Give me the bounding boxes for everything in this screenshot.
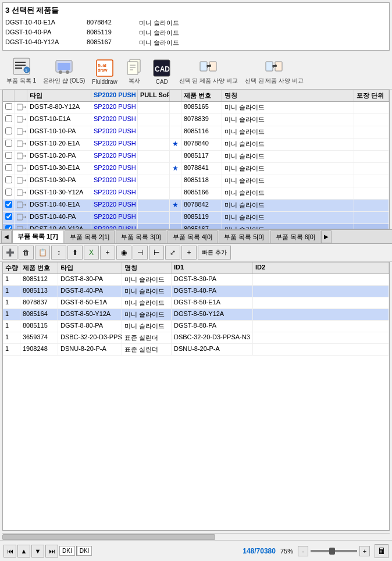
nav-next-btn[interactable]: ▼: [31, 545, 44, 558]
ld-id2: [253, 332, 389, 343]
btm-btn-export[interactable]: ⬆: [67, 246, 83, 260]
section-title: 3 선택된 제품들: [5, 5, 387, 16]
row-sp: SP2020 PUSH: [91, 200, 138, 211]
toolbar-btn-online-shop[interactable]: 온라인 샵 (OLS): [40, 55, 88, 87]
product-table-row[interactable]: DGST-10-30-E1A SP2020 PUSH ★ 8078841 미니 …: [3, 163, 389, 175]
row-checkbox[interactable]: [5, 164, 12, 171]
row-name: 미니 슬라이드: [222, 163, 354, 175]
product-table-row[interactable]: DGST-10-E1A SP2020 PUSH 8078839 미니 슬라이드: [3, 114, 389, 126]
row-num: 8078840: [181, 139, 222, 150]
btm-btn-split[interactable]: ⊣: [133, 246, 148, 260]
zoom-plus-btn[interactable]: +: [359, 546, 370, 556]
toolbar-btn-fluiddraw[interactable]: fluiddrawFluiddraw: [89, 57, 120, 87]
row-check: [3, 200, 15, 211]
row-checkbox[interactable]: [5, 213, 12, 220]
row-checkbox[interactable]: [5, 115, 12, 122]
tab-tab5[interactable]: 부품 목록 5[0]: [219, 230, 269, 243]
list-row[interactable]: 1 8085113 DGST-8-40-PA 미니 슬라이드 DGST-8-40…: [3, 286, 389, 297]
list-row[interactable]: 1 8085112 DGST-8-30-PA 미니 슬라이드 DGST-8-30…: [3, 274, 389, 286]
tab-tab4[interactable]: 부품 목록 4[0]: [168, 230, 218, 243]
btm-btn-copy-row[interactable]: 📋: [35, 246, 50, 260]
ld-type: DGST-8-40-PA: [58, 286, 122, 297]
list-row[interactable]: 1 1908248 DSNU-8-20-P-A 표준 실린더 DSNU-8-20…: [3, 344, 389, 356]
tab-next-btn[interactable]: ▶: [321, 230, 332, 243]
btm-btn-merge[interactable]: ⊢: [149, 246, 164, 260]
btm-btn-move-group[interactable]: ↕: [51, 246, 66, 260]
btm-btn-quick-add[interactable]: 빠른 추가: [198, 246, 231, 260]
row-sp: SP2020 PUSH: [91, 224, 138, 229]
product-table-body[interactable]: DGST-8-80-Y12A SP2020 PUSH 8085165 미니 슬라…: [3, 102, 389, 229]
product-table-row[interactable]: DGST-10-30-Y12A SP2020 PUSH 8085166 미니 슬…: [3, 187, 389, 200]
svg-rect-35: [17, 141, 23, 147]
list-row[interactable]: 1 8085115 DGST-8-80-PA 미니 슬라이드 DGST-8-80…: [3, 321, 389, 332]
toolbar-btn-compare1[interactable]: ⇌선택 된 제품 사양 비교: [176, 55, 241, 87]
list-row[interactable]: 1 3659374 DSBC-32-20-D3-PPSA-N3 표준 실린더 D…: [3, 332, 389, 344]
btm-btn-excel[interactable]: X: [84, 246, 99, 260]
list-row[interactable]: 1 8078837 DGST-8-50-E1A 미니 슬라이드 DGST-8-5…: [3, 297, 389, 309]
th-sp: SP2020 PUSH: [91, 90, 138, 101]
cad-icon: CAD: [152, 59, 171, 77]
tab-tab3[interactable]: 부품 목록 3[0]: [116, 230, 166, 243]
row-checkbox[interactable]: [5, 201, 12, 208]
ld-id2: [253, 321, 389, 332]
btm-btn-plus2[interactable]: +: [181, 246, 197, 260]
tab-tab1[interactable]: 부품 목록 1[7]: [12, 230, 63, 243]
row-checkbox[interactable]: [5, 189, 12, 196]
row-checkbox[interactable]: [5, 103, 12, 110]
ld-num: 3659374: [20, 332, 58, 343]
product-table-row[interactable]: DGST-10-30-PA SP2020 PUSH 8085118 미니 슬라이…: [3, 175, 389, 187]
calculator-icon-btn[interactable]: 🖩: [375, 544, 389, 558]
nav-first-btn[interactable]: ⏮: [3, 545, 16, 558]
row-type: DGST-8-80-Y12A: [27, 102, 91, 113]
dki-label-2[interactable]: DKI: [76, 546, 92, 556]
ld-name: 미니 슬라이드: [122, 309, 172, 320]
btm-btn-delete-row[interactable]: 🗑: [19, 246, 34, 260]
th-pack: 포장 단위: [354, 90, 389, 101]
product-table-row[interactable]: DGST-10-40-E1A SP2020 PUSH ★ 8078842 미니 …: [3, 200, 389, 212]
tab-tab2[interactable]: 부품 목록 2[1]: [65, 230, 115, 243]
nav-prev-btn[interactable]: ▲: [17, 545, 30, 558]
btm-btn-3d[interactable]: ◉: [116, 246, 131, 260]
h-scroll-bar[interactable]: [2, 533, 390, 540]
btm-btn-add-item[interactable]: +: [100, 246, 115, 260]
row-checkbox[interactable]: [5, 176, 12, 183]
list-header-row: 수량 제품 번호 타입 명칭 ID1 ID2: [3, 262, 389, 274]
tab-prev-btn[interactable]: ◀: [1, 230, 12, 243]
row-pack: [354, 175, 389, 187]
toolbar-btn-cad[interactable]: CADCAD: [149, 57, 175, 87]
toolbar-btn-compare2[interactable]: ⇌선택 된 제품 사양 비교: [242, 55, 307, 87]
row-checkbox[interactable]: [5, 127, 12, 134]
product-table-row[interactable]: DGST-10-20-E1A SP2020 PUSH ★ 8078840 미니 …: [3, 139, 389, 151]
row-checkbox[interactable]: [5, 140, 12, 147]
list-row[interactable]: 1 8085164 DGST-8-50-Y12A 미니 슬라이드 DGST-8-…: [3, 309, 389, 321]
row-name: 미니 슬라이드: [222, 126, 354, 138]
btm-btn-add-row[interactable]: ➕: [2, 246, 17, 260]
product-table-row[interactable]: DGST-10-20-PA SP2020 PUSH 8085117 미니 슬라이…: [3, 151, 389, 163]
ld-type: DSBC-32-20-D3-PPSA-N3: [58, 332, 122, 343]
product-table-row[interactable]: DGST-8-80-Y12A SP2020 PUSH 8085165 미니 슬라…: [3, 102, 389, 114]
tab-tab6[interactable]: 부품 목록 6[0]: [270, 230, 320, 243]
row-checkbox[interactable]: [5, 225, 12, 229]
svg-marker-28: [25, 106, 26, 108]
dki-label-1[interactable]: DKI: [59, 546, 75, 556]
svg-rect-7: [58, 63, 70, 70]
nav-last-btn[interactable]: ⏭: [45, 545, 58, 558]
row-sp: SP2020 PUSH: [91, 102, 138, 113]
fluiddraw-icon: fluiddraw: [95, 59, 114, 77]
zoom-slider[interactable]: [311, 550, 357, 552]
toolbar-btn-parts-list[interactable]: 1부품 목록 1: [3, 55, 39, 87]
svg-rect-44: [17, 177, 23, 183]
row-check: [3, 139, 15, 150]
product-table-row[interactable]: DGST-10-40-Y12A SP2020 PUSH 8085167 미니 슬…: [3, 224, 389, 229]
toolbar-btn-copy[interactable]: 복사: [122, 55, 148, 87]
row-checkbox[interactable]: [5, 152, 12, 159]
zoom-minus-btn[interactable]: -: [298, 546, 308, 556]
product-table-row[interactable]: DGST-10-10-PA SP2020 PUSH 8085116 미니 슬라이…: [3, 126, 389, 139]
row-num: 8078841: [181, 163, 222, 175]
list-body[interactable]: 1 8085112 DGST-8-30-PA 미니 슬라이드 DGST-8-30…: [3, 274, 389, 530]
ld-num: 8085164: [20, 309, 58, 320]
btm-btn-expand[interactable]: ⤢: [165, 246, 180, 260]
h-scroll-thumb[interactable]: [2, 534, 215, 540]
product-table-row[interactable]: DGST-10-40-PA SP2020 PUSH 8085119 미니 슬라이…: [3, 212, 389, 224]
zoom-thumb[interactable]: [329, 548, 335, 555]
